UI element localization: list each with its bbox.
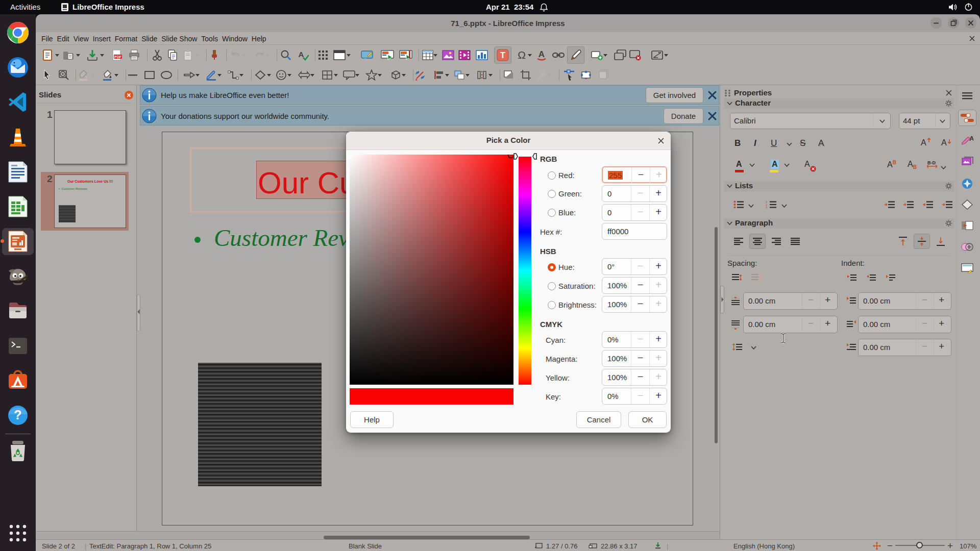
svg-text:?: ? [14, 408, 21, 422]
svg-text:A: A [299, 50, 304, 59]
svg-text:T: T [500, 51, 505, 60]
svg-text:A: A [969, 135, 973, 142]
svg-text:PDF: PDF [114, 55, 122, 59]
svg-text:Ω: Ω [518, 49, 526, 61]
svg-text:3: 3 [766, 207, 768, 209]
svg-text:A: A [538, 49, 545, 59]
